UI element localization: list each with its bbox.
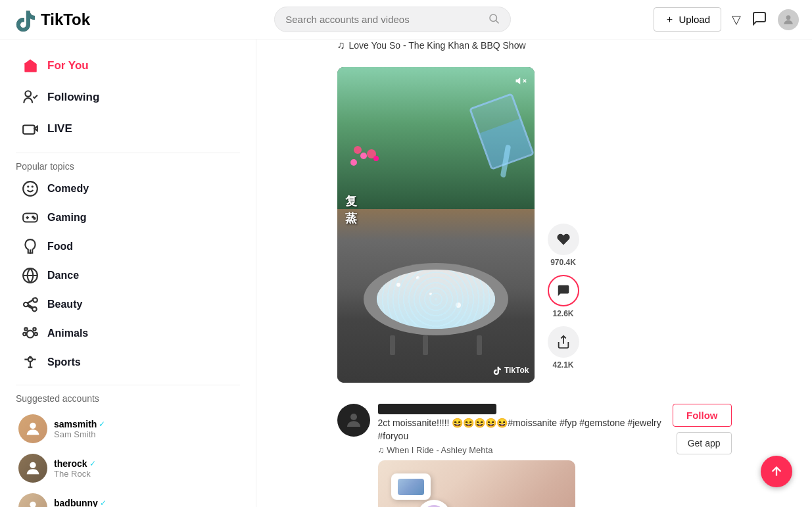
creator-avatar-2[interactable] — [337, 404, 370, 437]
svg-point-17 — [35, 333, 37, 335]
account-info-therock: therock ✓ The Rock — [54, 458, 96, 479]
svg-point-5 — [23, 181, 37, 196]
svg-point-10 — [34, 218, 35, 219]
verified-badge-samsmith: ✓ — [99, 420, 105, 429]
music-note-icon: ♫ — [337, 39, 345, 51]
svg-point-16 — [23, 333, 26, 335]
svg-point-22 — [30, 502, 36, 507]
sidebar-item-animals[interactable]: Animals — [16, 319, 240, 348]
upload-label: Upload — [679, 14, 710, 25]
food-icon — [21, 237, 39, 256]
beauty-icon — [21, 295, 39, 314]
comment-circle — [548, 275, 579, 306]
video2-username — [378, 404, 663, 414]
like-button[interactable]: 970.4K — [548, 224, 579, 267]
svg-point-26 — [350, 414, 357, 420]
verified-badge-badbunny: ✓ — [100, 498, 107, 508]
sidebar-item-live[interactable]: LIVE — [16, 113, 240, 145]
scroll-top-button[interactable] — [761, 456, 792, 487]
share-button[interactable]: 42.1K — [548, 326, 579, 370]
search-button[interactable] — [488, 12, 500, 26]
plus-icon: ＋ — [665, 13, 675, 26]
main-content: ♫ Love You So - The King Khan & BBQ Show — [256, 39, 812, 507]
comment-count: 12.6K — [552, 309, 573, 318]
home-icon — [21, 57, 39, 75]
song-text-2: When I Ride - Ashley Mehta — [387, 445, 492, 455]
animals-icon — [21, 324, 39, 343]
sidebar-item-dance[interactable]: Dance — [16, 261, 240, 290]
account-therock[interactable]: therock ✓ The Rock — [16, 448, 240, 488]
svg-point-0 — [490, 14, 497, 22]
dance-label: Dance — [47, 270, 79, 281]
logo-area: TikTok — [13, 8, 131, 32]
sidebar-item-gaming[interactable]: Gaming — [16, 203, 240, 232]
svg-rect-4 — [23, 126, 34, 134]
account-display-samsmith: Sam Smith — [54, 429, 105, 439]
video2-info: 2ct moissanite!!!!! 😆😆😆😆😆#moissanite #fy… — [337, 404, 732, 507]
sidebar-item-sports[interactable]: Sports — [16, 348, 240, 377]
search-input[interactable] — [285, 14, 488, 25]
comment-button[interactable]: 12.6K — [548, 275, 579, 318]
suggested-accounts-label: Suggested accounts — [16, 393, 240, 404]
mute-icon[interactable] — [515, 75, 527, 89]
avatar-samsmith — [18, 414, 47, 443]
video2-song: ♫ When I Ride - Ashley Mehta — [378, 445, 663, 455]
svg-line-1 — [496, 20, 499, 23]
username-redacted — [378, 404, 496, 414]
account-info-badbunny: badbunny ✓ Bad Bunny — [54, 498, 107, 508]
share-count: 42.1K — [552, 360, 573, 370]
follow-button[interactable]: Follow — [673, 404, 732, 427]
svg-point-2 — [786, 15, 791, 20]
sidebar: For You Following LIVE Popular — [0, 39, 256, 507]
tiktok-logo-icon — [13, 8, 37, 32]
video2-caption: 2ct moissanite!!!!! 😆😆😆😆😆#moissanite #fy… — [378, 417, 663, 443]
avatar-therock — [18, 454, 47, 483]
sidebar-item-following[interactable]: Following — [16, 82, 240, 113]
live-icon — [21, 120, 39, 138]
popular-topics-label: Popular topics — [16, 161, 240, 172]
user-avatar[interactable] — [778, 9, 799, 30]
sidebar-divider — [16, 153, 240, 153]
video1-thumbnail[interactable]: 复 蒸 — [337, 67, 535, 383]
svg-point-19 — [30, 356, 31, 358]
tiktok-watermark: TikTok — [492, 366, 529, 375]
sidebar-item-food[interactable]: Food — [16, 232, 240, 261]
video1-actions: 970.4K 12.6K — [548, 67, 579, 383]
svg-point-20 — [30, 423, 36, 429]
header-actions: ＋ Upload ▽ — [654, 7, 799, 32]
header: TikTok ＋ Upload ▽ — [0, 0, 812, 39]
triangle-icon[interactable]: ▽ — [732, 12, 741, 27]
verified-badge-therock: ✓ — [89, 459, 96, 468]
feed-container: ♫ Love You So - The King Khan & BBQ Show — [337, 39, 732, 507]
account-display-therock: The Rock — [54, 469, 96, 479]
inbox-icon[interactable] — [752, 11, 767, 29]
upload-button[interactable]: ＋ Upload — [654, 7, 721, 32]
video1-song-text: Love You So - The King Khan & BBQ Show — [349, 40, 526, 51]
like-circle — [548, 224, 579, 255]
account-samsmith[interactable]: samsmith ✓ Sam Smith — [16, 409, 240, 448]
live-label: LIVE — [47, 122, 72, 135]
video1-song-header: ♫ Love You So - The King Khan & BBQ Show — [337, 39, 732, 51]
sidebar-divider-2 — [16, 385, 240, 385]
sidebar-item-comedy[interactable]: Comedy — [16, 174, 240, 203]
following-icon — [21, 88, 39, 107]
account-info-samsmith: samsmith ✓ Sam Smith — [54, 419, 105, 439]
gaming-label: Gaming — [47, 212, 87, 224]
main-layout: For You Following LIVE Popular — [0, 39, 812, 507]
get-app-button[interactable]: Get app — [677, 432, 732, 454]
beauty-label: Beauty — [47, 299, 82, 310]
dance-icon — [21, 266, 39, 285]
following-label: Following — [47, 91, 99, 104]
svg-point-3 — [25, 91, 31, 97]
svg-point-15 — [33, 327, 36, 330]
watermark-text: TikTok — [504, 366, 529, 375]
account-badbunny[interactable]: badbunny ✓ Bad Bunny — [16, 488, 240, 507]
sidebar-item-beauty[interactable]: Beauty — [16, 290, 240, 319]
account-username-badbunny: badbunny — [54, 498, 98, 508]
video1-entry: 复 蒸 — [337, 57, 732, 393]
for-you-label: For You — [47, 59, 89, 72]
video2-thumbnail[interactable]: Free bi — [378, 460, 575, 507]
sidebar-item-for-you[interactable]: For You — [16, 50, 240, 82]
comedy-label: Comedy — [47, 183, 89, 195]
share-circle — [548, 326, 579, 358]
